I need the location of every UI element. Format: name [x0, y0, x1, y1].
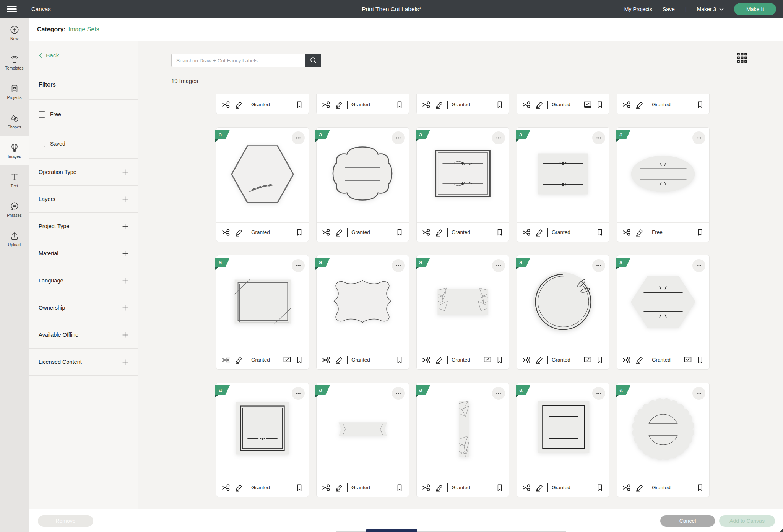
draw-icon	[635, 100, 644, 109]
bookmark-button[interactable]	[495, 100, 504, 109]
card-menu-button[interactable]	[292, 259, 305, 272]
image-card[interactable]: a Granted	[517, 127, 609, 242]
image-card-partial[interactable]: Granted	[216, 94, 309, 114]
card-menu-button[interactable]	[592, 387, 605, 400]
image-card[interactable]: a Granted	[316, 127, 409, 242]
cut-icon	[322, 483, 331, 492]
sidebar-item-projects[interactable]: Projects	[0, 77, 29, 106]
cancel-button[interactable]: Cancel	[660, 515, 715, 527]
ellipsis-icon	[495, 390, 502, 397]
card-menu-button[interactable]	[392, 387, 405, 400]
bookmark-button[interactable]	[295, 228, 304, 237]
sidebar-item-upload[interactable]: Upload	[0, 224, 29, 253]
saved-checkbox[interactable]	[39, 141, 45, 147]
filter-section-language[interactable]: Language	[29, 267, 138, 294]
filter-section-project-type[interactable]: Project Type	[29, 213, 138, 240]
image-card[interactable]: a Granted	[517, 383, 609, 497]
chevron-left-icon	[39, 53, 42, 58]
draw-icon	[635, 355, 644, 365]
image-card[interactable]: a Granted	[617, 255, 710, 370]
sidebar-item-phrases[interactable]: Phrases	[0, 195, 29, 224]
remove-button[interactable]: Remove	[38, 515, 93, 527]
image-card[interactable]: a Granted	[416, 255, 509, 370]
filter-section-operation-type[interactable]: Operation Type	[29, 159, 138, 186]
filter-section-material[interactable]: Material	[29, 240, 138, 267]
image-card-partial[interactable]: Granted	[316, 94, 409, 114]
bookmark-button[interactable]	[295, 483, 304, 492]
card-menu-button[interactable]	[392, 131, 405, 144]
image-card[interactable]: a Granted	[316, 255, 409, 370]
machine-selector[interactable]: Maker 3	[697, 6, 724, 12]
bookmark-icon	[295, 355, 304, 365]
bookmark-button[interactable]	[395, 100, 404, 109]
card-menu-button[interactable]	[492, 259, 505, 272]
bookmark-button[interactable]	[696, 355, 704, 365]
sidebar-item-shapes[interactable]: Shapes	[0, 106, 29, 136]
hamburger-menu-icon[interactable]	[7, 6, 17, 12]
bookmark-button[interactable]	[495, 483, 504, 492]
ellipsis-icon	[395, 262, 402, 269]
save-link[interactable]: Save	[663, 6, 675, 12]
sidebar-item-images[interactable]: Images	[0, 136, 29, 165]
category-value-link[interactable]: Image Sets	[68, 26, 99, 33]
bookmark-button[interactable]	[495, 228, 504, 237]
image-card[interactable]: a Granted	[517, 255, 609, 370]
sidebar-item-text[interactable]: Text	[0, 165, 29, 195]
bookmark-button[interactable]	[596, 228, 604, 237]
draw-icon	[434, 355, 443, 365]
ellipsis-icon	[595, 262, 602, 269]
image-card-partial[interactable]: Granted	[416, 94, 509, 114]
card-menu-button[interactable]	[492, 387, 505, 400]
bookmark-button[interactable]	[596, 355, 604, 365]
back-button[interactable]: Back	[29, 41, 138, 70]
bookmark-button[interactable]	[395, 228, 404, 237]
card-menu-button[interactable]	[492, 131, 505, 144]
image-card[interactable]: a Granted	[416, 383, 509, 497]
sidebar-item-new[interactable]: New	[0, 18, 29, 47]
image-card[interactable]: a Granted	[316, 383, 409, 497]
license-label: Granted	[552, 357, 570, 363]
bookmark-button[interactable]	[495, 355, 504, 365]
bookmark-button[interactable]	[696, 100, 704, 109]
filter-section-ownership[interactable]: Ownership	[29, 294, 138, 321]
filter-saved[interactable]: Saved	[29, 129, 138, 159]
image-card[interactable]: a Granted	[617, 383, 710, 497]
card-menu-button[interactable]	[392, 259, 405, 272]
bookmark-button[interactable]	[295, 100, 304, 109]
bookmark-button[interactable]	[295, 355, 304, 365]
add-to-canvas-button[interactable]: Add to Canvas	[719, 515, 775, 527]
card-menu-button[interactable]	[692, 131, 705, 144]
card-menu-button[interactable]	[692, 387, 705, 400]
card-menu-button[interactable]	[592, 131, 605, 144]
image-card-partial[interactable]: Granted	[617, 94, 710, 114]
card-menu-button[interactable]	[292, 387, 305, 400]
card-menu-button[interactable]	[592, 259, 605, 272]
image-card[interactable]: a Granted	[216, 127, 309, 242]
filter-section-licensed-content[interactable]: Licensed Content	[29, 349, 138, 376]
card-menu-button[interactable]	[292, 131, 305, 144]
access-badge: a	[616, 130, 630, 139]
filter-section-layers[interactable]: Layers	[29, 186, 138, 213]
bookmark-button[interactable]	[395, 483, 404, 492]
access-badge: a	[315, 385, 330, 395]
bookmark-button[interactable]	[395, 355, 404, 365]
image-card[interactable]: a Free	[617, 127, 710, 242]
card-footer: Granted	[317, 95, 409, 114]
filter-free[interactable]: Free	[29, 100, 138, 129]
image-card-partial[interactable]: Granted	[517, 94, 609, 114]
make-it-button[interactable]: Make It	[734, 3, 776, 15]
my-projects-link[interactable]: My Projects	[624, 6, 652, 12]
access-badge: a	[416, 385, 430, 395]
bookmark-button[interactable]	[596, 100, 604, 109]
license-label: Granted	[351, 357, 370, 363]
sidebar-item-templates[interactable]: Templates	[0, 47, 29, 77]
free-checkbox[interactable]	[39, 111, 45, 118]
image-card[interactable]: a Granted	[416, 127, 509, 242]
bookmark-button[interactable]	[696, 228, 704, 237]
filter-section-available-offline[interactable]: Available Offline	[29, 321, 138, 349]
bookmark-button[interactable]	[596, 483, 604, 492]
bookmark-button[interactable]	[696, 483, 704, 492]
image-card[interactable]: a Granted	[216, 383, 309, 497]
image-card[interactable]: a Granted	[216, 255, 309, 370]
card-menu-button[interactable]	[692, 259, 705, 272]
